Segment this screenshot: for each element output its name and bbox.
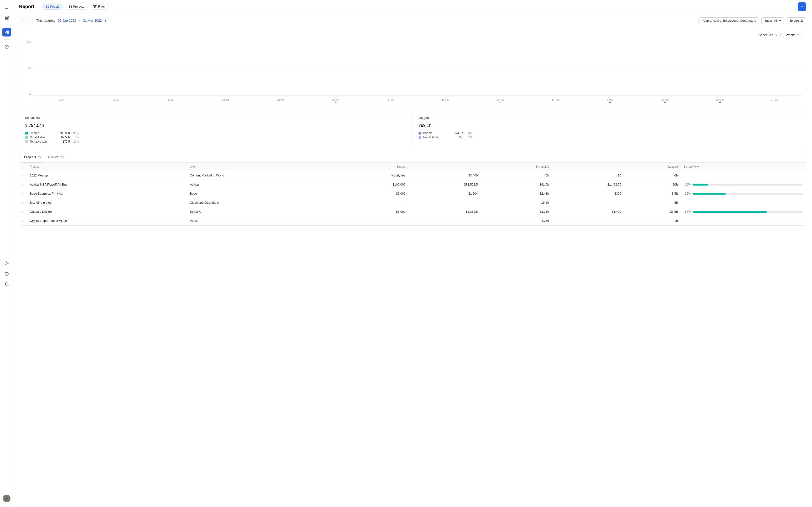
export-btn[interactable]: Export <box>787 17 806 24</box>
x-label-group: 23 Jan <box>253 98 308 103</box>
projects-table: Project Client Budget Scheduled Logged S… <box>19 163 806 225</box>
table-row: › 2022 Meetup Content Marketing World Ho… <box>19 171 806 180</box>
scheduled-cell: 40h <box>480 171 552 180</box>
progress-bar <box>693 211 803 213</box>
table-row: › Branding project Cleveland Guardians -… <box>19 198 806 207</box>
table-tab-clients[interactable]: Clients 20 <box>47 152 65 162</box>
pct-cell <box>681 216 806 225</box>
client-cell: Bose <box>187 189 335 198</box>
chevron-down-icon-4 <box>797 34 799 36</box>
scheduled-stats: Billable1,706.98h95%Non-billable87.56h5%… <box>25 131 407 143</box>
col-project <box>19 163 27 171</box>
table-row: › Bose Boombox Print Ad Bose $5,000 $1,5… <box>19 189 806 198</box>
scheduled-value: 1,794.54h <box>25 121 407 128</box>
filter-button[interactable]: Filter <box>90 4 109 9</box>
weeks-dropdown[interactable]: Weeks <box>783 32 803 38</box>
stat-row: Tentative (all)172.510% <box>25 140 407 143</box>
logged-cell: 5h <box>624 198 681 207</box>
main-content: Report 11 People 38 Projects Filter + ‹ <box>13 0 812 507</box>
expand-arrow[interactable]: › <box>22 201 23 204</box>
x-dot-gold <box>335 102 337 103</box>
table-row: › Adidas NBA Playoff Ad Buy Adidas $100,… <box>19 180 806 189</box>
x-dot-gray <box>500 102 501 103</box>
svg-point-10 <box>6 263 7 264</box>
col-sched-pct[interactable]: Sched. % <box>681 163 806 171</box>
tasks-filter-btn[interactable]: Tasks: All <box>761 17 784 24</box>
sidebar-menu-icon[interactable] <box>2 3 11 11</box>
progress-bar-wrap: 14% <box>684 183 803 186</box>
sidebar-clock-icon[interactable] <box>2 43 11 51</box>
logged-stats: Billable344.1h93%Non-billable25h7% <box>418 131 801 139</box>
bar-chart: 200 100 0 <box>23 41 802 103</box>
col-project-name: Project <box>27 163 187 171</box>
budget-val-cell <box>408 198 481 207</box>
svg-rect-5 <box>5 18 8 19</box>
scheduled-label: Scheduled <box>25 116 407 119</box>
chart-y-axis: 200 100 0 <box>23 41 33 96</box>
date-start[interactable]: 01 Jan 2022 <box>58 18 76 22</box>
user-avatar[interactable]: 👤 <box>3 495 10 502</box>
scheduled-dropdown[interactable]: Scheduled <box>756 32 780 38</box>
expand-cell[interactable]: › <box>19 171 27 180</box>
scheduled-cell: 44.75h <box>480 216 552 225</box>
expand-cell[interactable]: › <box>19 189 27 198</box>
date-label: This quarter: <box>36 18 55 22</box>
stat-color-swatch <box>418 132 421 134</box>
expand-arrow[interactable]: › <box>22 210 23 213</box>
table-row: › Capsule Design SpaceX $5,000 $3,362.5 … <box>19 207 806 216</box>
x-dot-red <box>719 102 721 103</box>
x-label-group: 20 Mar <box>693 98 747 103</box>
chart-section: Scheduled Weeks 200 100 0 <box>19 27 806 107</box>
expand-arrow[interactable]: › <box>22 219 23 222</box>
logged-label: Logged <box>418 116 801 119</box>
x-label-group: 27 Mar <box>747 98 802 103</box>
date-separator: - <box>79 18 80 22</box>
expand-arrow[interactable]: › <box>22 192 23 195</box>
page-title: Report <box>19 4 34 9</box>
budget-val-cell: $13,562.5 <box>408 180 481 189</box>
sidebar: 👤 <box>0 0 13 507</box>
expand-cell[interactable]: › <box>19 207 27 216</box>
date-dropdown-icon[interactable]: ▾ <box>105 18 106 22</box>
add-button[interactable]: + <box>798 2 806 11</box>
budget-cell: $5,000 <box>335 207 408 216</box>
budget-cell: $100,000 <box>335 180 408 189</box>
budget-val-cell: $3,362.5 <box>408 207 481 216</box>
progress-bar-wrap: 30% <box>684 192 803 195</box>
people-filter-chip[interactable]: 11 People <box>42 4 63 9</box>
client-cell: Adidas <box>187 180 335 189</box>
x-label-group: 20 Feb <box>473 98 528 103</box>
people-filter-btn[interactable]: People: Active, Employees, Contractors <box>698 17 759 24</box>
x-label-group: 2 Jan <box>89 98 143 103</box>
sidebar-help-icon[interactable] <box>2 270 11 278</box>
expand-cell[interactable]: › <box>19 198 27 207</box>
stat-row: Non-billable87.56h5% <box>25 136 407 139</box>
stat-color-swatch <box>418 136 421 139</box>
table-body: › 2022 Meetup Content Marketing World Ho… <box>19 171 806 225</box>
col-logged-val <box>552 163 624 171</box>
project-name-cell: Adidas NBA Playoff Ad Buy <box>27 180 187 189</box>
logged-summary: Logged 369.1h Billable344.1h93%Non-billa… <box>413 111 806 148</box>
expand-arrow[interactable]: › <box>22 183 23 186</box>
sidebar-divider <box>4 25 9 25</box>
budget-val-cell: $1,504 <box>408 189 481 198</box>
date-end[interactable]: 31 Mar 2022 <box>83 18 102 22</box>
date-next-btn[interactable]: › <box>27 17 34 24</box>
table-tab-projects[interactable]: Projects 29 <box>23 152 43 162</box>
expand-arrow[interactable]: › <box>22 174 23 177</box>
sidebar-bell-icon[interactable] <box>2 280 11 289</box>
sidebar-chart-icon[interactable] <box>2 28 11 37</box>
date-prev-btn[interactable]: ‹ <box>19 17 26 24</box>
stat-row: Billable344.1h93% <box>418 131 801 135</box>
expand-cell[interactable]: › <box>19 216 27 225</box>
stat-row: Billable1,706.98h95% <box>25 131 407 135</box>
stat-color-swatch <box>25 136 28 139</box>
sched-sort-btn[interactable]: Sched. % <box>684 165 803 168</box>
expand-cell[interactable]: › <box>19 180 27 189</box>
projects-filter-chip[interactable]: 38 Projects <box>65 4 88 9</box>
sidebar-gear-icon[interactable] <box>2 259 11 268</box>
col-client: Client <box>187 163 335 171</box>
logged-cell: 1h <box>624 216 681 225</box>
project-name-cell: 2022 Meetup <box>27 171 187 180</box>
sidebar-list-icon[interactable] <box>2 13 11 22</box>
